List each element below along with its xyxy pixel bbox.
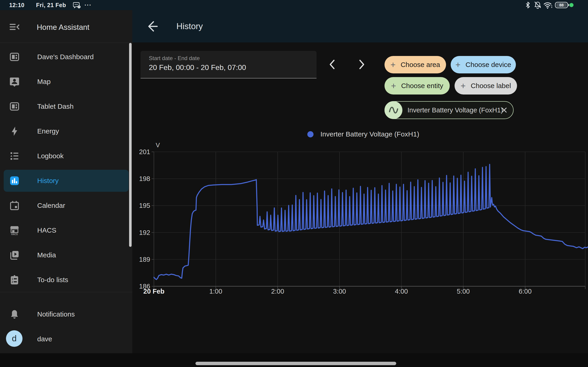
sidebar-item-label: Logbook (37, 152, 64, 160)
page-title: History (176, 22, 203, 31)
sidebar-item-history[interactable]: History (0, 168, 132, 193)
svg-text:88: 88 (559, 3, 564, 7)
choose-label-label: Choose label (471, 82, 511, 90)
profile-name: dave (37, 335, 52, 343)
sidebar-item-media[interactable]: Media (0, 243, 132, 267)
sidebar-item-tablet-dash[interactable]: Tablet Dash (0, 94, 132, 119)
plus-icon: + (460, 81, 466, 90)
status-date: Fri, 21 Feb (36, 2, 66, 8)
svg-text:V: V (156, 142, 160, 149)
choose-entity-button[interactable]: + Choose entity (384, 77, 450, 94)
sidebar-item-todo-lists[interactable]: 1 2 To-do lists (0, 267, 132, 292)
calendar-icon (9, 200, 19, 211)
media-play-box-icon (9, 250, 19, 260)
sidebar-divider (0, 292, 132, 292)
plus-icon: + (390, 60, 396, 69)
svg-text:1: 1 (12, 277, 13, 280)
choose-entity-label: Choose entity (401, 82, 443, 90)
presence-dot-icon (569, 3, 573, 7)
svg-text:2: 2 (12, 281, 13, 283)
svg-text:1:00: 1:00 (209, 288, 222, 295)
choose-area-label: Choose area (401, 61, 440, 69)
date-range-label: Start date - End date (149, 55, 199, 61)
notifications-muted-icon (534, 1, 542, 9)
choose-device-button[interactable]: + Choose device (451, 56, 516, 73)
lightning-icon (9, 126, 19, 136)
svg-text:192: 192 (139, 229, 150, 236)
battery-icon: 88 (555, 2, 569, 8)
entity-filter-chip[interactable]: Inverter Battery Voltage (FoxH1) (384, 101, 514, 119)
gesture-navigation-handle[interactable] (195, 362, 396, 365)
sidebar-item-label: Calendar (37, 202, 65, 209)
next-period-icon[interactable] (355, 58, 368, 71)
selected-item-background (4, 170, 129, 192)
sidebar-item-label: Energy (37, 127, 59, 135)
sidebar-item-label: Map (37, 78, 51, 85)
sidebar-item-label: HACS (37, 226, 56, 234)
clipboard-list-icon: 1 2 (9, 275, 19, 285)
svg-text:5:00: 5:00 (457, 288, 470, 295)
svg-text:189: 189 (139, 256, 150, 263)
sidebar-item-label: History (37, 177, 59, 185)
sidebar-item-daves-dashboard[interactable]: Dave's Dashboard (0, 44, 132, 69)
status-bar: 12:10 Fri, 21 Feb f ··· 88 (0, 0, 588, 10)
previous-period-icon[interactable] (326, 58, 339, 71)
sidebar-item-label: Tablet Dash (37, 102, 73, 110)
plus-icon: + (456, 60, 460, 69)
dashboard-icon (9, 101, 19, 111)
messenger-notification-icon: f (73, 2, 81, 9)
svg-text:195: 195 (139, 202, 150, 209)
sidebar-item-notifications[interactable]: Notifications (0, 302, 132, 327)
svg-text:198: 198 (139, 175, 150, 182)
history-chart[interactable]: 201198195192189186V20 Feb1:002:003:004:0… (132, 128, 588, 305)
sidebar: Home Assistant Dave's Dashboard Map Tabl… (0, 10, 132, 353)
sidebar-item-energy[interactable]: Energy (0, 119, 132, 144)
choose-device-label: Choose device (466, 61, 511, 69)
app-header: History (132, 10, 588, 42)
more-notifications-icon: ··· (85, 2, 92, 8)
date-range-value: 20 Feb, 00:00 - 20 Feb, 07:00 (149, 63, 246, 72)
choose-label-button[interactable]: + Choose label (455, 77, 517, 94)
bulleted-list-icon (9, 151, 19, 161)
dashboard-icon (9, 52, 19, 62)
sidebar-item-map[interactable]: Map (0, 69, 132, 94)
entity-chip-label: Inverter Battery Voltage (FoxH1) (407, 106, 503, 114)
svg-text:HACS: HACS (11, 233, 18, 235)
choose-area-button[interactable]: + Choose area (384, 56, 446, 73)
sine-wave-icon (384, 101, 402, 119)
sidebar-header-divider (0, 43, 132, 43)
map-person-icon (9, 77, 19, 87)
status-time: 12:10 (9, 2, 24, 8)
chart-box-icon (9, 176, 19, 186)
bluetooth-icon (525, 2, 531, 8)
svg-text:6:00: 6:00 (519, 288, 531, 295)
sidebar-title: Home Assistant (37, 23, 89, 32)
svg-text:201: 201 (139, 148, 150, 156)
bell-icon (9, 309, 19, 319)
sidebar-item-logbook[interactable]: Logbook (0, 144, 132, 168)
svg-text:2:00: 2:00 (271, 288, 284, 295)
menu-open-icon[interactable] (9, 22, 20, 32)
sidebar-item-label: To-do lists (37, 276, 68, 284)
sidebar-item-profile[interactable]: d dave (0, 327, 132, 351)
chip-close-icon[interactable] (500, 106, 508, 114)
plus-icon: + (391, 81, 396, 90)
avatar: d (6, 330, 23, 347)
svg-text:3:00: 3:00 (333, 288, 346, 295)
sidebar-item-label: Media (37, 251, 56, 259)
sidebar-item-label: Dave's Dashboard (37, 53, 94, 61)
svg-text:4:00: 4:00 (395, 288, 408, 295)
svg-text:20 Feb: 20 Feb (143, 288, 164, 295)
sidebar-scrollbar[interactable] (129, 43, 132, 247)
sidebar-item-calendar[interactable]: Calendar (0, 193, 132, 218)
sidebar-item-hacs[interactable]: HACS HACS (0, 218, 132, 243)
wifi-icon (544, 2, 553, 9)
storefront-icon: HACS (9, 225, 19, 235)
back-arrow-icon[interactable] (143, 18, 160, 35)
date-range-field[interactable]: Start date - End date 20 Feb, 00:00 - 20… (141, 51, 317, 78)
sidebar-item-label: Notifications (37, 310, 75, 318)
